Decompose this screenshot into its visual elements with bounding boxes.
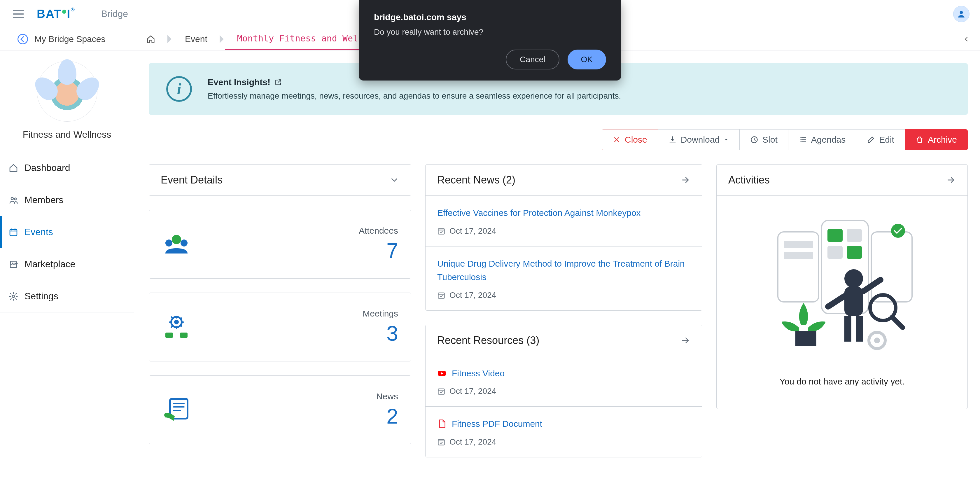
svg-rect-27 [827,246,843,259]
confirm-dialog-actions: Cancel OK [374,49,606,70]
svg-rect-22 [871,232,912,302]
users-icon [9,196,18,205]
event-details-head[interactable]: Event Details [149,165,411,196]
arrow-left-circle-icon [18,34,28,45]
space-avatar [37,61,97,122]
stat-news-value: 2 [376,404,398,428]
pdf-icon [437,419,447,429]
home-icon [146,35,155,43]
resource-item[interactable]: Fitness Video Oct 17, 2024 [426,356,702,407]
recent-resources-panel: Recent Resources (3) Fitness Video Oct 1… [425,325,702,457]
stat-attendees-value: 7 [359,239,398,262]
svg-rect-23 [784,241,813,248]
gear-icon [9,292,18,301]
info-icon: i [166,76,192,102]
stat-meetings-label: Meetings [363,309,398,318]
svg-point-29 [891,224,905,238]
confirm-dialog-title: bridge.batoi.com says [374,12,606,22]
user-avatar[interactable] [953,6,969,22]
resource-item-title: Fitness Video [437,367,690,380]
stat-attendees: Attendees 7 [149,210,411,278]
resource-item[interactable]: Fitness PDF Document Oct 17, 2024 [426,407,702,457]
news-item-title: Unique Drug Delivery Method to Improve t… [437,257,690,284]
brand-logo[interactable]: BATI® [37,7,75,21]
news-item-date: Oct 17, 2024 [437,226,690,236]
breadcrumb-back[interactable]: My Bridge Spaces [0,28,134,50]
list-icon [799,136,807,144]
main-content: i Event Insights! Effortlessly manage me… [134,51,980,493]
svg-rect-3 [10,229,17,235]
download-button[interactable]: Download [658,129,740,150]
breadcrumb-event[interactable]: Event [173,28,220,50]
calendar-check-icon [437,291,445,299]
news-item[interactable]: Effective Vaccines for Protection Agains… [426,196,702,247]
svg-rect-25 [827,229,843,242]
recent-resources-head: Recent Resources (3) [426,325,702,356]
breadcrumb-home[interactable] [134,28,167,50]
chevron-left-icon [963,35,970,43]
event-details-column: Event Details Attendees [149,164,411,457]
slot-button-label: Slot [762,135,778,145]
svg-rect-35 [795,331,816,346]
center-column: Recent News (2) Effective Vaccines for P… [425,164,702,457]
sidebar-item-members[interactable]: Members [0,184,134,216]
sidebar-item-label: Dashboard [24,162,70,173]
slot-button[interactable]: Slot [740,129,788,150]
arrow-right-icon[interactable] [681,336,690,345]
sidebar-item-label: Events [24,227,53,237]
external-link-icon[interactable] [274,78,282,86]
activities-empty-message: You do not have any activity yet. [728,377,956,386]
chevron-down-icon [390,175,399,185]
product-name[interactable]: Bridge [101,8,128,19]
caret-down-icon [724,137,729,142]
calendar-check-icon [437,387,445,395]
sidebar-item-label: Members [24,194,63,205]
svg-point-7 [165,240,172,247]
svg-point-37 [874,337,880,344]
divider [93,7,93,21]
resource-item-title: Fitness PDF Document [437,417,690,431]
activities-empty-illustration [766,208,918,360]
cancel-button[interactable]: Cancel [506,49,559,70]
attendees-icon [162,232,191,256]
news-icon [162,395,191,425]
recent-resources-heading: Recent Resources (3) [437,334,539,347]
sidebar-item-marketplace[interactable]: Marketplace [0,248,134,280]
space-header: Fitness and Wellness [0,51,134,152]
ok-button[interactable]: OK [568,49,606,70]
activities-heading: Activities [728,174,770,186]
confirm-dialog: bridge.batoi.com says Do you really want… [359,0,621,81]
action-bar: Close Download Slot Agendas Edit [149,129,968,150]
sidebar-item-events[interactable]: Events [0,216,134,248]
svg-rect-28 [847,246,862,259]
svg-point-2 [14,198,16,200]
insights-desc: Effortlessly manage meetings, news, reso… [208,91,621,101]
insights-title-label: Event Insights! [208,77,270,87]
sidebar: Fitness and Wellness Dashboard Members E… [0,51,134,493]
svg-rect-19 [438,439,444,445]
arrow-right-icon[interactable] [946,175,956,185]
sidebar-item-settings[interactable]: Settings [0,280,134,312]
svg-rect-32 [845,316,851,342]
confirm-dialog-message: Do you really want to archive? [374,27,606,37]
event-details-heading: Event Details [161,174,223,186]
activities-head: Activities [717,165,967,196]
sidebar-item-dashboard[interactable]: Dashboard [0,152,134,184]
stat-meetings-value: 3 [363,321,398,345]
arrow-right-icon[interactable] [681,175,690,185]
edit-button[interactable]: Edit [856,129,905,150]
resource-item-date: Oct 17, 2024 [437,437,690,447]
recent-news-panel: Recent News (2) Effective Vaccines for P… [425,164,702,311]
news-item-date: Oct 17, 2024 [437,291,690,300]
agendas-button[interactable]: Agendas [788,129,856,150]
download-button-label: Download [681,135,719,145]
stat-attendees-label: Attendees [359,226,398,236]
archive-button[interactable]: Archive [905,129,968,150]
sidebar-item-label: Marketplace [24,259,75,270]
agendas-button-label: Agendas [811,135,846,145]
menu-toggle-icon[interactable] [13,10,24,18]
news-item[interactable]: Unique Drug Delivery Method to Improve t… [426,247,702,310]
breadcrumb-collapse[interactable] [952,28,980,50]
close-button[interactable]: Close [602,129,658,150]
calendar-check-icon [437,438,445,446]
